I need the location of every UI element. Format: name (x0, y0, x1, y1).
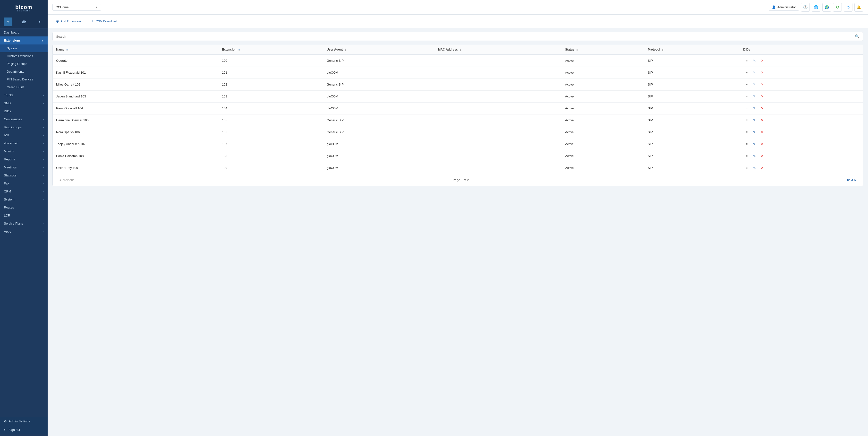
sidebar-item-departments[interactable]: Departments (0, 68, 48, 76)
sort-mac-icons: ▲▼ (460, 48, 461, 52)
sidebar-item-paging-groups[interactable]: Paging Groups (0, 60, 48, 68)
sidebar-item-label: DIDs (4, 109, 11, 113)
delete-action-button[interactable]: ✕ (759, 153, 766, 159)
list-action-button[interactable]: ≡ (743, 141, 750, 147)
home-icon-btn[interactable]: ⌂ (4, 18, 12, 26)
sidebar-item-crm[interactable]: CRM › (0, 187, 48, 195)
admin-user-icon: 👤 (772, 5, 776, 9)
col-extension[interactable]: Extension ▲▼ (219, 45, 323, 55)
refresh-blue-button[interactable]: ↺ (844, 3, 852, 12)
delete-action-button[interactable]: ✕ (759, 81, 766, 88)
cell-mac-address (435, 79, 562, 90)
sidebar-item-label: System (4, 198, 14, 201)
list-action-button[interactable]: ≡ (743, 57, 750, 64)
bell-button[interactable]: 🔔 (855, 3, 863, 12)
add-extension-button[interactable]: ⊕ Add Extension (53, 18, 84, 25)
delete-action-button[interactable]: ✕ (759, 57, 766, 64)
sidebar-item-dashboard[interactable]: Dashboard (0, 28, 48, 36)
delete-action-button[interactable]: ✕ (759, 117, 766, 124)
sidebar-item-routes[interactable]: Routes (0, 203, 48, 211)
edit-action-button[interactable]: ✎ (751, 69, 758, 76)
header-actions: 👤 Administrator 🕐 🌐 🌍 ↻ ↺ 🔔 (769, 3, 863, 12)
edit-action-button[interactable]: ✎ (751, 129, 758, 136)
sidebar-item-lcr[interactable]: LCR (0, 211, 48, 220)
sidebar-item-pin-based-devices[interactable]: PIN Based Devices (0, 76, 48, 83)
list-action-button[interactable]: ≡ (743, 117, 750, 124)
world-button[interactable]: 🌍 (822, 3, 831, 12)
sidebar-item-apps[interactable]: Apps › (0, 228, 48, 235)
col-status[interactable]: Status ▲▼ (562, 45, 644, 55)
cell-user-agent: Generic SIP (323, 55, 435, 67)
domain-selector[interactable]: CCHome ▼ (53, 4, 101, 11)
admin-badge[interactable]: 👤 Administrator (769, 4, 799, 11)
globe-button[interactable]: 🌐 (812, 3, 820, 12)
chevron-right-icon: › (43, 174, 44, 177)
sidebar-item-voicemail[interactable]: Voicemail › (0, 139, 48, 147)
sidebar-item-dids[interactable]: DIDs (0, 107, 48, 115)
list-action-button[interactable]: ≡ (743, 81, 750, 88)
sidebar-item-statistics[interactable]: Statistics › (0, 171, 48, 179)
admin-settings-button[interactable]: ⚙ Admin Settings (0, 417, 48, 426)
delete-action-button[interactable]: ✕ (759, 141, 766, 147)
sidebar-item-caller-id-list[interactable]: Caller ID List (0, 83, 48, 91)
network-icon-btn[interactable]: ✦ (35, 18, 44, 26)
edit-action-button[interactable]: ✎ (751, 117, 758, 124)
list-action-button[interactable]: ≡ (743, 129, 750, 136)
sidebar-item-trunks[interactable]: Trunks › (0, 91, 48, 99)
cell-status: Active (562, 138, 644, 150)
sidebar-item-meetings[interactable]: Meetings › (0, 163, 48, 171)
sidebar-item-system[interactable]: System (0, 45, 48, 52)
list-action-button[interactable]: ≡ (743, 93, 750, 100)
cell-actions: ≡ ✎ ✕ (740, 90, 863, 102)
refresh-green-button[interactable]: ↻ (833, 3, 842, 12)
sidebar-item-fax[interactable]: Fax › (0, 179, 48, 187)
sidebar-item-sms[interactable]: SMS › (0, 99, 48, 107)
col-user-agent[interactable]: User Agent ▲▼ (323, 45, 435, 55)
sidebar-item-custom-extensions[interactable]: Custom Extensions (0, 52, 48, 60)
list-action-button[interactable]: ≡ (743, 165, 750, 171)
cell-user-agent: gloCOM (323, 66, 435, 79)
col-name[interactable]: Name ▲▼ (53, 45, 219, 55)
table-row: Pooja Holcomb 108 108 gloCOM Active SIP … (53, 150, 863, 162)
cell-status: Active (562, 66, 644, 79)
sidebar-item-ring-groups[interactable]: Ring Groups › (0, 123, 48, 131)
sidebar-item-reports[interactable]: Reports › (0, 155, 48, 163)
delete-action-button[interactable]: ✕ (759, 69, 766, 76)
list-action-button[interactable]: ≡ (743, 105, 750, 112)
edit-action-button[interactable]: ✎ (751, 141, 758, 147)
prev-page-button[interactable]: ◄ previous (57, 177, 76, 183)
csv-download-button[interactable]: ⬇ CSV Download (88, 18, 120, 25)
edit-action-button[interactable]: ✎ (751, 93, 758, 100)
delete-action-button[interactable]: ✕ (759, 105, 766, 112)
sidebar-item-ivr[interactable]: IVR › (0, 131, 48, 139)
edit-action-button[interactable]: ✎ (751, 165, 758, 171)
sidebar-item-extensions[interactable]: Extensions ▼ (0, 36, 48, 45)
phone-icon-btn[interactable]: ☎ (20, 18, 28, 26)
col-mac-address[interactable]: MAC Address ▲▼ (435, 45, 562, 55)
edit-action-button[interactable]: ✎ (751, 57, 758, 64)
clock-button[interactable]: 🕐 (801, 3, 810, 12)
sidebar-item-monitor[interactable]: Monitor › (0, 147, 48, 155)
edit-action-button[interactable]: ✎ (751, 105, 758, 112)
sidebar-item-label: Caller ID List (7, 86, 24, 89)
edit-action-button[interactable]: ✎ (751, 153, 758, 159)
delete-action-button[interactable]: ✕ (759, 93, 766, 100)
search-input[interactable] (56, 35, 853, 38)
sidebar-item-service-plans[interactable]: Service Plans › (0, 220, 48, 228)
sidebar-item-system2[interactable]: System › (0, 195, 48, 203)
delete-action-button[interactable]: ✕ (759, 165, 766, 171)
list-action-button[interactable]: ≡ (743, 69, 750, 76)
chevron-right-icon: › (43, 182, 44, 185)
sign-out-button[interactable]: ↩ Sign out (0, 426, 48, 434)
col-protocol[interactable]: Protocol ▲▼ (644, 45, 740, 55)
sidebar-item-conferences[interactable]: Conferences › (0, 115, 48, 123)
edit-action-button[interactable]: ✎ (751, 81, 758, 88)
delete-action-button[interactable]: ✕ (759, 129, 766, 136)
cell-name: Hermione Spencer 105 (53, 114, 219, 126)
list-action-button[interactable]: ≡ (743, 153, 750, 159)
extensions-table: Name ▲▼ Extension ▲▼ User Ag (53, 45, 863, 174)
next-page-button[interactable]: next ► (845, 177, 859, 183)
cell-mac-address (435, 114, 562, 126)
cell-name: Nora Sparks 106 (53, 126, 219, 138)
sidebar-item-label: Voicemail (4, 141, 18, 145)
